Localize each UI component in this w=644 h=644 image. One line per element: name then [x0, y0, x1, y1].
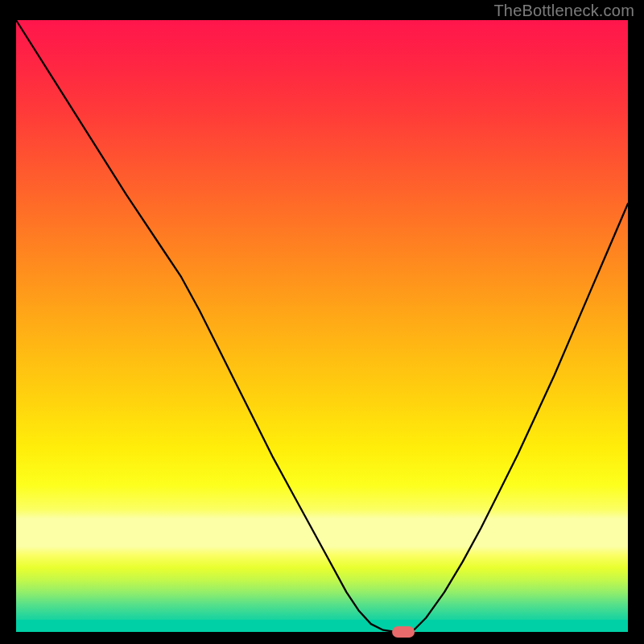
- chart: [0, 0, 644, 644]
- min-marker: [392, 626, 415, 638]
- green-floor: [16, 620, 628, 632]
- watermark: TheBottleneck.com: [493, 2, 634, 20]
- stage: TheBottleneck.com: [0, 0, 644, 644]
- gradient-background: [16, 20, 628, 632]
